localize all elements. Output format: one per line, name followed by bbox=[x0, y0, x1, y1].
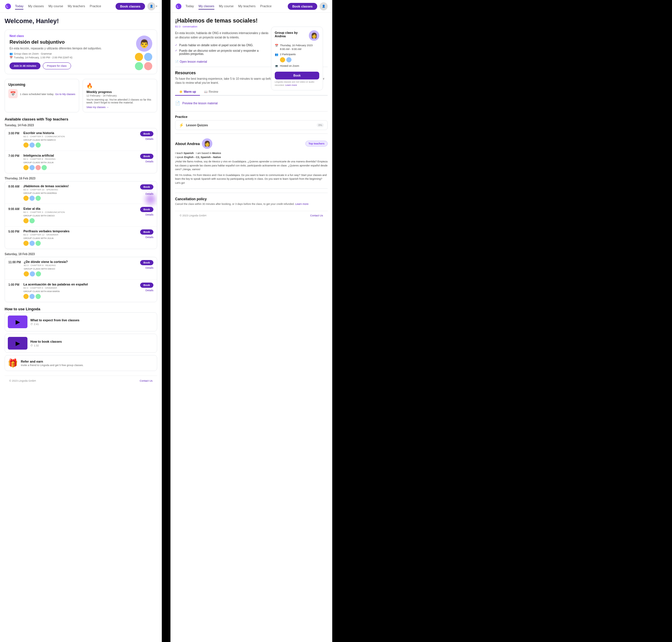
right-nav-links: Today My classes My course My teachers P… bbox=[185, 3, 288, 10]
left-footer-copy: © 2023 Lingoda GmbH bbox=[9, 380, 36, 382]
cancellation-title: Cancellation policy bbox=[175, 197, 328, 201]
book-class-button[interactable]: Book bbox=[140, 184, 154, 190]
right-user-avatar[interactable]: 👤 bbox=[320, 2, 328, 10]
info-cards-row: Upcoming 📅 1 class scheduled later today… bbox=[5, 79, 157, 112]
book-class-button[interactable]: Book bbox=[140, 260, 154, 265]
nav-today[interactable]: Today bbox=[15, 3, 23, 10]
teacher-avatar: 👩 bbox=[202, 138, 212, 149]
book-class-button[interactable]: Book bbox=[140, 207, 154, 212]
left-avatar-chevron[interactable]: ▾ bbox=[156, 5, 157, 8]
right-nav-practice[interactable]: Practice bbox=[260, 3, 272, 10]
class-details-link[interactable]: Details bbox=[145, 289, 153, 292]
nav-my-teachers[interactable]: My teachers bbox=[68, 3, 85, 10]
right-nav-my-course[interactable]: My course bbox=[219, 3, 234, 10]
right-book-button[interactable]: Book classes bbox=[288, 3, 317, 10]
student-avatar-3 bbox=[135, 62, 143, 70]
s-avatar bbox=[36, 241, 41, 246]
join-class-button[interactable]: Join in 46 minutes bbox=[10, 62, 40, 69]
class-details-link[interactable]: Details bbox=[145, 266, 153, 269]
class-meta: B2:1 · CHAPTER 8 · READING bbox=[23, 158, 137, 160]
class-name: ¡Hablemos de temas sociales! bbox=[23, 184, 137, 188]
table-row: 9:00 AM Estar al día B2:1 · CHAPTER 3 · … bbox=[5, 204, 157, 227]
class-teacher: GROUP CLASS WITH ANA MARÍA bbox=[23, 290, 137, 293]
view-my-classes-link[interactable]: View my classes → bbox=[86, 106, 153, 108]
class-details-link[interactable]: Details bbox=[145, 213, 153, 216]
student-avatars bbox=[23, 196, 137, 201]
class-actions: Book Details bbox=[140, 260, 154, 269]
upcoming-text: 1 class scheduled later today. bbox=[20, 93, 54, 95]
quiz-item[interactable]: ⚡ Lesson Quizzes 0% bbox=[175, 120, 328, 130]
s-avatar bbox=[29, 294, 35, 299]
how-video-title-1: What to expect from live classes bbox=[30, 318, 154, 322]
clock-icon-2: ⏱ bbox=[30, 344, 33, 347]
nav-my-course[interactable]: My course bbox=[49, 3, 63, 10]
gc-book-button[interactable]: Book bbox=[275, 72, 319, 79]
open-material-link[interactable]: 📄 Open lesson material bbox=[175, 60, 270, 63]
right-nav-my-classes[interactable]: My classes bbox=[198, 3, 214, 10]
next-class-label: Next class bbox=[10, 34, 152, 38]
top-teachers-button[interactable]: Top teachers bbox=[305, 141, 328, 146]
tab-warmup[interactable]: ☀️ Warm up bbox=[175, 88, 200, 95]
s-avatar bbox=[23, 142, 29, 147]
class-time: 1:00 PM bbox=[8, 283, 21, 286]
about-header: About Andrea 👩 Top teachers bbox=[175, 138, 328, 149]
play-icon: ▶ bbox=[16, 318, 20, 325]
right-contact-link[interactable]: Contact Us bbox=[310, 214, 323, 217]
date-thursday: Thursday, 16 Feb 2023 bbox=[5, 177, 157, 180]
left-book-button[interactable]: Book classes bbox=[116, 3, 145, 10]
left-user-avatar[interactable]: 👤 bbox=[147, 2, 155, 10]
divider-2 bbox=[175, 111, 328, 112]
right-nav-today[interactable]: Today bbox=[185, 3, 194, 10]
progress-title: Weekly progress bbox=[86, 90, 153, 94]
refer-title: Refer and earn bbox=[21, 360, 83, 363]
quiz-left: ⚡ Lesson Quizzes bbox=[179, 123, 208, 127]
prepare-class-button[interactable]: Prepare for class bbox=[43, 62, 71, 69]
how-video-1[interactable]: ▶ What to expect from live classes ⏱ 2:4… bbox=[5, 312, 157, 331]
next-class-card: Next class Revisión del subjuntivo En es… bbox=[5, 29, 157, 74]
left-footer: © 2023 Lingoda GmbH Contact Us bbox=[5, 376, 157, 386]
class-details-link[interactable]: Details bbox=[145, 160, 153, 163]
quiz-icon: ⚡ bbox=[179, 123, 184, 127]
about-title-row: About Andrea 👩 bbox=[175, 138, 212, 149]
right-nav-my-teachers[interactable]: My teachers bbox=[238, 3, 256, 10]
class-teacher: GROUP CLASS WITH DIEGO bbox=[24, 268, 137, 270]
class-meta: B2:2 · CHAPTER 12 · GRAMMAR bbox=[23, 233, 137, 236]
table-row: 1:00 PM La acentuación de las palabras e… bbox=[5, 280, 157, 302]
how-video-duration-2: ⏱ 1:32 bbox=[30, 344, 154, 347]
gc-date-detail: 📅 Thursday, 16 February 2023 8:00 AM - 9… bbox=[275, 43, 319, 51]
nav-my-classes[interactable]: My classes bbox=[28, 3, 43, 10]
nav-practice[interactable]: Practice bbox=[90, 3, 101, 10]
book-class-button[interactable]: Book bbox=[140, 154, 154, 159]
left-contact-link[interactable]: Contact Us bbox=[140, 380, 153, 382]
lesson-desc: En esta lección, hablarás de ONG e insti… bbox=[175, 31, 270, 40]
class-info: Estar al día B2:1 · CHAPTER 3 · COMMUNIC… bbox=[23, 207, 137, 223]
how-thumb-1: ▶ bbox=[8, 316, 27, 328]
table-row: 5:00 PM Perífrasis verbales temporales B… bbox=[5, 227, 157, 249]
clock-icon: ⏱ bbox=[30, 323, 33, 326]
right-nav: L Today My classes My course My teachers… bbox=[170, 0, 332, 13]
upcoming-card: Upcoming 📅 1 class scheduled later today… bbox=[5, 79, 79, 112]
book-class-button[interactable]: Book bbox=[140, 283, 154, 288]
how-video-2[interactable]: ▶ How to book classes ⏱ 1:32 bbox=[5, 334, 157, 353]
class-details-link[interactable]: Details bbox=[145, 138, 153, 140]
lesson-tag: B2:3 · conversation bbox=[175, 25, 270, 28]
preview-material-link[interactable]: Preview the lesson material bbox=[182, 102, 218, 105]
book-class-button[interactable]: Book bbox=[140, 131, 154, 137]
class-details-link[interactable]: Details bbox=[145, 236, 153, 239]
class-actions: Book Details bbox=[140, 131, 154, 140]
table-row: 11:00 PM ¿De dónde viene la cortesía? B2… bbox=[5, 257, 157, 280]
s-avatar bbox=[36, 142, 41, 147]
book-class-button[interactable]: Book bbox=[140, 229, 154, 235]
gc-learn-more-link[interactable]: Learn more bbox=[285, 84, 297, 86]
class-name: Inteligencia artificial bbox=[23, 154, 137, 157]
how-info-2: How to book classes ⏱ 1:32 bbox=[30, 340, 154, 347]
logo-icon: L bbox=[5, 3, 12, 10]
goto-my-classes-link[interactable]: Go to My classes bbox=[55, 93, 75, 95]
group-class-card: Group class by Andrea 👩 📅 Thursday, 16 F… bbox=[271, 27, 323, 90]
tab-review[interactable]: 📖 Review bbox=[200, 88, 222, 95]
file-doc-icon: 📄 bbox=[175, 101, 180, 105]
calendar-icon: 📅 bbox=[275, 44, 278, 47]
refer-card: 🎁 Refer and earn Invite a friend to Ling… bbox=[5, 355, 157, 371]
cancellation-learn-more-link[interactable]: Learn more bbox=[295, 203, 309, 205]
class-name: La acentuación de las palabras en españo… bbox=[23, 283, 137, 286]
